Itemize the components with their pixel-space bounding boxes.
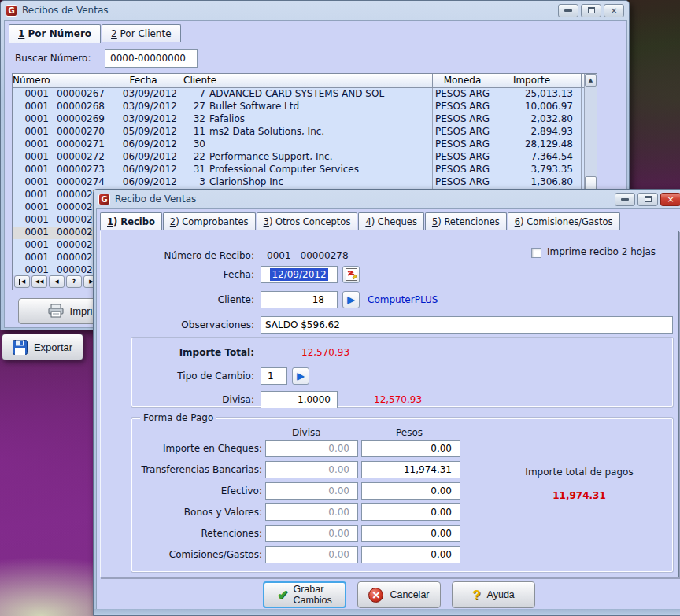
column-header-cliente[interactable]: Cliente (183, 74, 433, 87)
cliente-num: 31 (183, 164, 205, 176)
fecha-label: Fecha: (105, 269, 254, 280)
cell-moneda: PESOS ARG (433, 126, 490, 138)
cell-importe: 10,006.97 (490, 101, 582, 113)
dialog-tab-2[interactable]: 2) Comprobantes (163, 212, 256, 230)
table-row[interactable]: 00010000027206/09/201222Performance Supp… (13, 151, 597, 164)
pago-pesos-input-1[interactable]: 0.00 (361, 440, 460, 457)
desktop: { "icons": { "app": "G", "close": "×", "… (0, 0, 680, 616)
pago-divisa-input-3[interactable]: 0.00 (265, 482, 358, 500)
close-button[interactable]: × (604, 4, 624, 17)
calendar-button[interactable] (342, 266, 360, 283)
serie-value: 0001 (13, 252, 49, 264)
nav-locate-button[interactable]: ? (66, 275, 82, 288)
cell-fecha: 05/09/2012 (109, 126, 183, 138)
cliente-name: ms2 Data Solutions, Inc. (205, 126, 324, 138)
recibos-tab-2[interactable]: 2 Por Cliente (102, 24, 180, 42)
tipo-cambio-input[interactable]: 1 (261, 367, 287, 385)
pago-divisa-input-2[interactable]: 0.00 (265, 461, 358, 478)
table-row[interactable]: 00010000027406/09/20123ClarionShop IncPE… (13, 176, 597, 189)
column-header-número[interactable]: Número (13, 74, 109, 87)
cliente-name: ClarionShop Inc (205, 176, 283, 189)
cliente-name: ADVANCED CARD SYSTEMS AND SOL (205, 88, 384, 101)
cell-importe: 2,032.80 (490, 113, 582, 126)
serie-value: 0001 (13, 113, 49, 126)
recibos-tab-bar: 1 Por Número2 Por Cliente (9, 24, 182, 43)
nav-fast-back-button[interactable]: ◀◀ (31, 275, 47, 288)
table-row[interactable]: 00010000027005/09/201211ms2 Data Solutio… (13, 126, 597, 138)
dialog-tab-4[interactable]: 4) Cheques (358, 212, 424, 230)
pago-label-3: Efectivo: (100, 485, 262, 496)
cell-cliente: 3ClarionShop Inc (183, 176, 433, 189)
restore-button[interactable] (581, 4, 601, 17)
pago-divisa-input-4[interactable]: 0.00 (265, 503, 358, 521)
pago-pesos-input-5[interactable]: 0.00 (361, 525, 460, 542)
fecha-input[interactable]: 12/09/2012 (261, 266, 338, 283)
cliente-name (205, 138, 209, 151)
column-header-fecha[interactable]: Fecha (109, 74, 183, 87)
dialog-close-button[interactable]: × (660, 193, 680, 206)
cell-moneda: PESOS ARG (433, 176, 490, 189)
ayuda-button[interactable]: ? Ayuda (452, 581, 535, 608)
table-row[interactable]: 00010000027306/09/201231Professional Com… (13, 164, 597, 176)
nav-first-button[interactable]: ◀ (14, 275, 30, 288)
pago-label-4: Bonos y Valores: (100, 507, 262, 518)
exportar-button[interactable]: Exportar (2, 334, 83, 360)
serie-value: 0001 (13, 227, 49, 239)
cell-numero: 000100000272 (13, 151, 109, 164)
cliente-label: Cliente: (105, 294, 254, 305)
grabar-label-line1: Grabar (293, 584, 323, 595)
nav-prev-button[interactable]: ◀ (49, 275, 65, 288)
serie-value: 0001 (13, 201, 49, 214)
dialog-tab-6[interactable]: 6) Comisiones/Gastos (508, 212, 620, 230)
calendar-icon (346, 268, 357, 281)
serie-value: 0001 (13, 176, 49, 189)
tipo-cambio-lookup-button[interactable]: ▶ (292, 367, 309, 385)
column-header-importe[interactable]: Importe (490, 74, 582, 87)
pago-pesos-input-3[interactable]: 0.00 (361, 482, 460, 500)
exportar-label: Exportar (34, 341, 72, 353)
dialog-tab-1[interactable]: 1) Recibo (100, 212, 162, 230)
pago-divisa-input-1[interactable]: 0.00 (265, 440, 358, 457)
minimize-button[interactable] (558, 4, 578, 17)
column-header-moneda[interactable]: Moneda (433, 74, 490, 87)
scroll-up-button[interactable]: ▲ (585, 74, 597, 87)
dialog-titlebar[interactable]: G Recibo de Ventas × (94, 190, 680, 208)
table-row[interactable]: 00010000027106/09/201230PESOS ARG28,129.… (13, 138, 597, 151)
cell-numero: 000100000270 (13, 126, 109, 138)
serie-value: 0001 (13, 214, 49, 227)
play-icon: ▶ (347, 294, 354, 305)
cliente-lookup-button[interactable]: ▶ (342, 291, 360, 308)
numero-value: 00000270 (49, 126, 109, 138)
cell-moneda: PESOS ARG (433, 138, 490, 151)
cell-numero: 000100000271 (13, 138, 109, 151)
dialog-minimize-button[interactable] (615, 193, 635, 206)
recibos-titlebar[interactable]: G Recibos de Ventas × (1, 1, 629, 20)
cliente-input[interactable]: 18 (261, 291, 338, 308)
observaciones-input[interactable]: SALDO $596.62 (261, 316, 673, 334)
cliente-name-text: ComputerPLUS (368, 294, 438, 305)
buscar-numero-input[interactable] (105, 49, 198, 68)
cell-importe: 1,306.80 (490, 176, 582, 189)
dialog-restore-button[interactable] (638, 193, 658, 206)
table-row[interactable]: 00010000026803/09/201227Bullet Software … (13, 101, 597, 113)
pago-pesos-input-6[interactable]: 0.00 (361, 546, 460, 563)
imprime-2-hojas-checkbox[interactable] (531, 248, 541, 258)
table-row[interactable]: 00010000026703/09/20127ADVANCED CARD SYS… (13, 88, 597, 101)
recibos-tab-1[interactable]: 1 Por Número (9, 24, 101, 43)
pago-pesos-input-4[interactable]: 0.00 (361, 503, 460, 521)
cliente-num: 11 (183, 126, 205, 138)
numero-value: 00000269 (49, 113, 109, 126)
cliente-name: Fafalios (205, 113, 245, 126)
dialog-tab-3[interactable]: 3) Otros Conceptos (257, 212, 358, 230)
cancelar-button[interactable]: × Cancelar (357, 581, 441, 608)
divisa-input[interactable]: 1.0000 (261, 391, 338, 408)
numero-value: 00000268 (49, 101, 109, 113)
dialog-tab-5[interactable]: 5) Retenciones (425, 212, 507, 230)
grabar-cambios-button[interactable]: ✔ Grabar Cambios (263, 581, 346, 608)
table-row[interactable]: 00010000026903/09/201232FafaliosPESOS AR… (13, 113, 597, 126)
cancel-icon: × (368, 588, 383, 603)
pago-divisa-input-6[interactable]: 0.00 (265, 546, 358, 563)
pago-pesos-input-2[interactable]: 11,974.31 (361, 461, 460, 478)
restore-icon (645, 196, 652, 202)
pago-divisa-input-5[interactable]: 0.00 (265, 525, 358, 542)
